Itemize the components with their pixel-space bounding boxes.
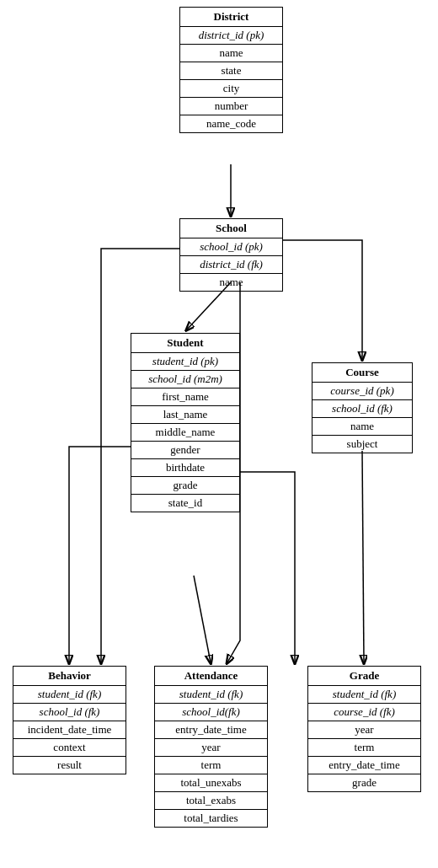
course-field-1: school_id (fk) <box>312 400 412 418</box>
district-field-2: state <box>180 62 282 80</box>
entity-school: School school_id (pk) district_id (fk) n… <box>179 218 283 292</box>
grade-field-2: year <box>308 721 420 739</box>
student-field-3: last_name <box>131 406 239 424</box>
arrow-student-behavior <box>69 447 131 662</box>
attendance-field-1: school_id(fk) <box>155 704 267 721</box>
student-field-7: grade <box>131 477 239 495</box>
entity-attendance: Attendance student_id (fk) school_id(fk)… <box>154 666 268 828</box>
school-field-2: name <box>180 274 282 291</box>
attendance-field-7: total_tardies <box>155 810 267 827</box>
arrow-school-course <box>283 240 362 359</box>
grade-field-4: entry_date_time <box>308 757 420 774</box>
course-field-2: name <box>312 418 412 436</box>
arrow-student-attendance <box>194 576 211 662</box>
behavior-title: Behavior <box>13 667 126 686</box>
entity-course: Course course_id (pk) school_id (fk) nam… <box>312 362 413 453</box>
course-field-3: subject <box>312 436 412 453</box>
student-field-8: state_id <box>131 495 239 512</box>
attendance-field-2: entry_date_time <box>155 721 267 739</box>
attendance-field-5: total_unexabs <box>155 774 267 792</box>
school-field-1: district_id (fk) <box>180 256 282 274</box>
attendance-field-4: term <box>155 757 267 774</box>
attendance-title: Attendance <box>155 667 267 686</box>
district-title: District <box>180 8 282 27</box>
grade-field-0: student_id (fk) <box>308 686 420 704</box>
district-field-0: district_id (pk) <box>180 27 282 45</box>
behavior-field-0: student_id (fk) <box>13 686 126 704</box>
student-title: Student <box>131 334 239 353</box>
grade-field-3: term <box>308 739 420 757</box>
course-field-0: course_id (pk) <box>312 383 412 400</box>
student-field-0: student_id (pk) <box>131 353 239 371</box>
er-diagram: District district_id (pk) name state cit… <box>0 0 438 868</box>
entity-behavior: Behavior student_id (fk) school_id (fk) … <box>13 666 126 774</box>
student-field-4: middle_name <box>131 424 239 442</box>
attendance-field-3: year <box>155 739 267 757</box>
grade-title: Grade <box>308 667 420 686</box>
district-field-3: city <box>180 80 282 98</box>
district-field-5: name_code <box>180 115 282 132</box>
student-field-2: first_name <box>131 388 239 406</box>
behavior-field-1: school_id (fk) <box>13 704 126 721</box>
attendance-field-6: total_exabs <box>155 792 267 810</box>
district-field-4: number <box>180 98 282 115</box>
grade-field-5: grade <box>308 774 420 791</box>
entity-grade: Grade student_id (fk) course_id (fk) yea… <box>307 666 421 792</box>
grade-field-1: course_id (fk) <box>308 704 420 721</box>
school-title: School <box>180 219 282 238</box>
entity-district: District district_id (pk) name state cit… <box>179 7 283 133</box>
arrow-course-grade <box>362 451 364 662</box>
behavior-field-2: incident_date_time <box>13 721 126 739</box>
behavior-field-4: result <box>13 757 126 774</box>
arrow-student-grade <box>240 472 295 662</box>
district-field-1: name <box>180 45 282 62</box>
attendance-field-0: student_id (fk) <box>155 686 267 704</box>
school-field-0: school_id (pk) <box>180 238 282 256</box>
course-title: Course <box>312 363 412 383</box>
behavior-field-3: context <box>13 739 126 757</box>
student-field-6: birthdate <box>131 459 239 477</box>
student-field-5: gender <box>131 442 239 459</box>
student-field-1: school_id (m2m) <box>131 371 239 388</box>
entity-student: Student student_id (pk) school_id (m2m) … <box>131 333 240 512</box>
